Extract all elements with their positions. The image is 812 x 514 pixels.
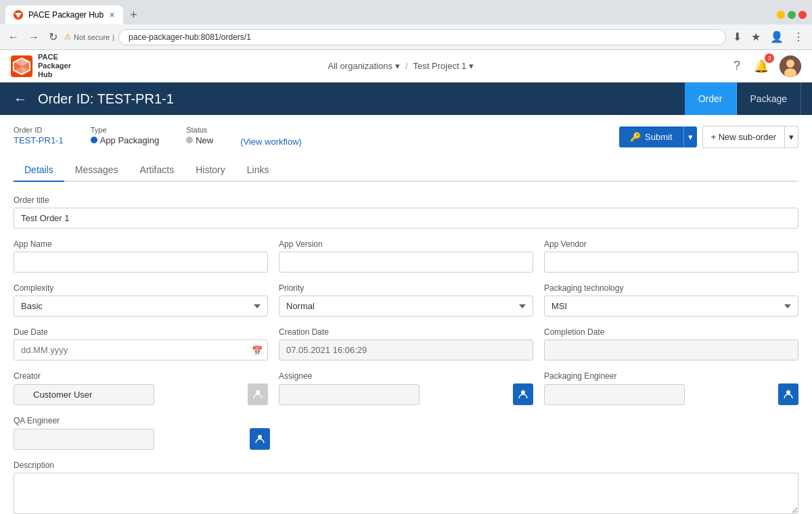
svg-point-12 (256, 390, 260, 394)
download-button[interactable]: ⬇ (730, 28, 744, 46)
view-workflow-link[interactable]: (View workflow) (240, 137, 302, 147)
notification-bell[interactable]: 🔔 3 (751, 56, 771, 76)
browser-tab[interactable]: PACE Packager Hub ✕ (5, 5, 123, 24)
complexity-priority-row: Complexity Basic Normal Complex Priority… (14, 283, 798, 327)
back-button[interactable]: ← (11, 89, 30, 110)
description-label: Description (14, 461, 798, 470)
new-suborder-button[interactable]: + New sub-order (702, 126, 785, 148)
new-tab-button[interactable]: + (126, 8, 141, 22)
menu-button[interactable]: ⋮ (790, 28, 807, 46)
forward-nav-button[interactable]: → (26, 28, 42, 46)
packaging-tech-select[interactable]: MSI MSIX App-V ThinApp (544, 296, 798, 317)
assignee-input[interactable] (279, 384, 420, 405)
tab-title: PACE Packager Hub (28, 10, 104, 20)
app-version-label: App Version (279, 239, 533, 249)
creator-picker: 🔍 (14, 383, 268, 405)
user-avatar[interactable] (780, 55, 801, 77)
app-details-row: App Name App Version App Vendor (14, 239, 798, 283)
meta-actions: 🔑 Submit ▾ + New sub-order ▾ (619, 126, 798, 148)
tab-artifacts[interactable]: Artifacts (129, 159, 185, 182)
app-name-col: App Name (14, 239, 268, 283)
packaging-engineer-picker-button[interactable] (778, 383, 798, 405)
app-vendor-col: App Vendor (544, 239, 798, 283)
packaging-engineer-input[interactable] (544, 384, 685, 405)
creation-date-input (279, 340, 533, 360)
app-vendor-group: App Vendor (544, 239, 798, 273)
packaging-engineer-col: Packaging Engineer 🔍 (544, 371, 798, 416)
app-name-label: App Name (14, 239, 268, 249)
app-name-input[interactable] (14, 252, 268, 273)
priority-col: Priority Low Normal High Critical (279, 283, 533, 327)
tab-history[interactable]: History (185, 159, 236, 182)
nav-all-organizations[interactable]: All organizations ▾ (328, 61, 400, 71)
tab-package[interactable]: Package (737, 83, 801, 115)
close-button[interactable] (798, 11, 807, 19)
qa-engineer-picker-button[interactable] (250, 428, 270, 450)
due-date-input[interactable] (14, 340, 268, 360)
completion-date-input (544, 340, 798, 360)
creation-date-label: Creation Date (279, 327, 533, 337)
page-header-tabs: Order Package (685, 83, 801, 115)
details-tabs: Details Messages Artifacts History Links (14, 159, 798, 182)
svg-point-14 (786, 390, 790, 394)
maximize-button[interactable] (788, 11, 796, 19)
tab-links[interactable]: Links (236, 159, 280, 182)
submit-button-group: 🔑 Submit ▾ (619, 126, 696, 147)
priority-select[interactable]: Low Normal High Critical (279, 296, 533, 317)
calendar-icon[interactable]: 📅 (252, 345, 263, 355)
complexity-col: Complexity Basic Normal Complex (14, 283, 268, 327)
submit-button[interactable]: 🔑 Submit (619, 126, 683, 147)
new-suborder-dropdown-button[interactable]: ▾ (785, 126, 798, 148)
creator-label: Creator (14, 371, 268, 381)
assignee-input-wrapper: 🔍 (279, 384, 510, 405)
new-suborder-button-group: + New sub-order ▾ (702, 126, 798, 148)
page-title: Order ID: TEST-PR1-1 (38, 91, 677, 107)
complexity-label: Complexity (14, 283, 268, 293)
creator-picker-button (248, 383, 268, 405)
order-title-input[interactable] (14, 208, 798, 229)
creator-group: Creator 🔍 (14, 371, 268, 405)
creation-date-group: Creation Date (279, 327, 533, 360)
security-badge: ⚠ Not secure | (64, 32, 114, 41)
help-button[interactable]: ? (731, 56, 743, 76)
bookmark-button[interactable]: ★ (748, 28, 763, 46)
tab-details[interactable]: Details (14, 159, 64, 182)
app-vendor-label: App Vendor (544, 239, 798, 249)
profile-button[interactable]: 👤 (767, 28, 786, 46)
workflow-link-field: (View workflow) (240, 126, 302, 147)
logo-text: PACE Packager Hub (38, 53, 71, 80)
browser-titlebar: PACE Packager Hub ✕ + (0, 0, 812, 24)
complexity-select[interactable]: Basic Normal Complex (14, 296, 268, 317)
reload-button[interactable]: ↻ (46, 28, 60, 46)
svg-point-15 (258, 435, 262, 439)
assignee-picker: 🔍 (279, 383, 533, 405)
back-nav-button[interactable]: ← (5, 28, 22, 46)
description-group: Description (14, 461, 798, 514)
qa-engineer-row: QA Engineer 🔍 (14, 416, 798, 461)
app-vendor-input[interactable] (544, 252, 798, 273)
order-title-label: Order title (14, 195, 798, 205)
address-bar[interactable] (118, 29, 726, 45)
submit-dropdown-button[interactable]: ▾ (683, 126, 697, 147)
assignee-picker-button[interactable] (513, 383, 533, 405)
tab-close-button[interactable]: ✕ (109, 11, 115, 20)
address-separator: | (112, 33, 114, 41)
tab-order[interactable]: Order (685, 83, 737, 115)
status-dot (186, 137, 193, 143)
due-date-group: Due Date 📅 (14, 327, 268, 360)
app-header: PACE Packager Hub All organizations ▾ / … (0, 50, 812, 83)
minimize-button[interactable] (777, 11, 785, 19)
header-nav: All organizations ▾ / Test Project 1 ▾ (328, 61, 474, 71)
description-input[interactable] (14, 473, 798, 514)
qa-engineer-input[interactable] (14, 429, 154, 450)
qa-engineer-label: QA Engineer (14, 416, 270, 425)
security-text: Not secure (74, 33, 110, 41)
complexity-group: Complexity Basic Normal Complex (14, 283, 268, 317)
nav-project[interactable]: Test Project 1 ▾ (413, 61, 474, 71)
tab-messages[interactable]: Messages (64, 159, 129, 182)
app-container: PACE Packager Hub All organizations ▾ / … (0, 50, 812, 514)
status-value: New (186, 135, 213, 145)
app-version-input[interactable] (279, 252, 533, 273)
type-value: App Packaging (91, 135, 159, 145)
packaging-tech-group: Packaging technology MSI MSIX App-V Thin… (544, 283, 798, 317)
